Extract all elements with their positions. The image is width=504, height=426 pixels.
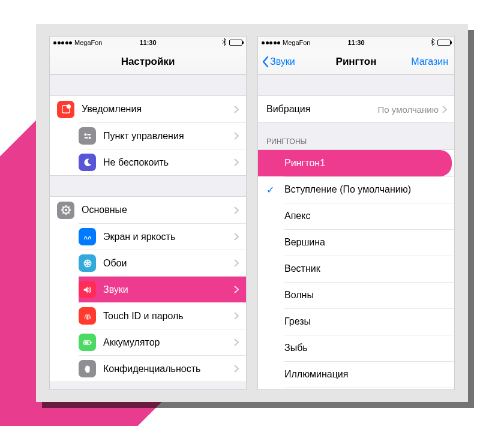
row-battery[interactable]: Аккумулятор: [79, 329, 246, 355]
screenshot-stage: MegaFon 11:30 Настройки: [36, 24, 468, 402]
status-bar: MegaFon 11:30: [50, 37, 246, 49]
svg-rect-24: [90, 341, 91, 343]
ringtone-label: Волны: [284, 290, 314, 301]
ringtone-row[interactable]: Зыбь: [258, 335, 454, 361]
ringtone-row[interactable]: Рингтон1: [258, 150, 452, 176]
ringtone-row[interactable]: Волны: [258, 282, 454, 308]
row-wallpaper[interactable]: Обои: [79, 250, 246, 276]
svg-point-2: [66, 104, 70, 109]
battery-icon: [229, 40, 242, 46]
ringtones-group: Рингтон1✓Вступление (По умолчанию)АпексВ…: [258, 149, 454, 389]
chevron-right-icon: [234, 338, 239, 346]
chevron-right-icon: [234, 233, 239, 241]
ringtone-label: Вестник: [284, 263, 320, 274]
phone-settings: MegaFon 11:30 Настройки: [49, 36, 247, 390]
row-label: Основные: [82, 205, 234, 215]
moon-icon: [79, 154, 96, 171]
privacy-hand-icon: [79, 360, 96, 377]
sounds-icon: [79, 281, 96, 298]
svg-line-15: [62, 212, 64, 214]
chevron-right-icon: [234, 132, 239, 140]
row-label: Не беспокоить: [103, 157, 234, 168]
svg-text:AA: AA: [83, 234, 91, 240]
ringtone-row[interactable]: Вестник: [258, 256, 454, 282]
row-label: Конфиденциальность: [103, 364, 234, 374]
fingerprint-icon: [79, 307, 96, 325]
display-brightness-icon: AA: [79, 228, 96, 245]
svg-point-5: [88, 136, 91, 139]
store-button[interactable]: Магазин: [411, 49, 448, 74]
row-touchid[interactable]: Touch ID и пароль: [79, 302, 246, 329]
page-title: Рингтон: [336, 56, 377, 68]
vibration-group: Вибрация По умолчанию: [258, 95, 454, 123]
ringtone-row[interactable]: ✓Вступление (По умолчанию): [258, 176, 454, 203]
chevron-right-icon: [234, 286, 239, 293]
clock-label: 11:30: [50, 39, 246, 46]
svg-rect-4: [87, 134, 91, 135]
ringtone-label: Иллюминация: [284, 369, 348, 380]
back-button[interactable]: Звуки: [262, 49, 295, 74]
row-vibration[interactable]: Вибрация По умолчанию: [258, 96, 454, 122]
page-title: Настройки: [121, 56, 175, 68]
ringtone-label: Вершина: [284, 237, 325, 248]
chevron-right-icon: [234, 259, 239, 267]
row-sounds[interactable]: Звуки: [79, 276, 246, 302]
svg-line-14: [68, 212, 69, 214]
row-do-not-disturb[interactable]: Не беспокоить: [79, 149, 246, 175]
notifications-icon: [57, 101, 74, 118]
ringtone-content[interactable]: Вибрация По умолчанию РИНГТОНЫ Рингтон1✓…: [258, 75, 454, 389]
ringtone-label: Зыбь: [284, 343, 308, 353]
row-label: Обои: [103, 258, 234, 269]
settings-list[interactable]: Уведомления Пункт управления Не беспокои…: [50, 75, 246, 389]
ringtone-label: Апекс: [284, 211, 310, 221]
row-display[interactable]: AA Экран и яркость: [79, 223, 246, 250]
ringtone-row[interactable]: Космос: [258, 388, 454, 389]
chevron-right-icon: [234, 206, 239, 214]
svg-point-3: [84, 133, 86, 136]
settings-group-1: Уведомления Пункт управления Не беспокои…: [50, 95, 246, 176]
row-control-center[interactable]: Пункт управления: [79, 122, 246, 149]
row-label: Звуки: [103, 284, 234, 295]
row-label: Пункт управления: [103, 131, 234, 142]
gear-icon: [57, 202, 74, 219]
wallpaper-icon: [79, 254, 96, 272]
ringtone-row[interactable]: Вершина: [258, 229, 454, 256]
chevron-right-icon: [234, 106, 239, 113]
row-label: Аккумулятор: [103, 337, 234, 348]
row-label: Уведомления: [82, 104, 234, 115]
chevron-right-icon: [234, 365, 239, 373]
row-notifications[interactable]: Уведомления: [50, 96, 246, 122]
svg-rect-25: [85, 341, 88, 344]
checkmark-icon: ✓: [266, 184, 284, 196]
settings-group-2: Основные AA Экран и яркость Обои: [50, 196, 246, 382]
row-label: Touch ID и пароль: [103, 311, 234, 322]
phone-ringtone: MegaFon 11:30 Звуки Рингтон Магазин: [257, 36, 455, 390]
svg-line-13: [62, 206, 64, 208]
ringtones-header: РИНГТОНЫ: [258, 134, 454, 149]
nav-bar: Звуки Рингтон Магазин: [258, 49, 454, 75]
store-label: Магазин: [411, 56, 448, 67]
svg-point-8: [65, 209, 67, 211]
chevron-right-icon: [442, 106, 447, 113]
clock-label: 11:30: [258, 39, 454, 46]
svg-rect-6: [84, 137, 88, 138]
row-privacy[interactable]: Конфиденциальность: [79, 355, 246, 382]
battery-icon: [437, 40, 451, 46]
chevron-right-icon: [234, 158, 239, 166]
row-label: Экран и яркость: [103, 232, 234, 242]
battery-settings-icon: [79, 334, 96, 351]
ringtone-label: Вступление (По умолчанию): [284, 184, 411, 195]
back-label: Звуки: [270, 56, 295, 67]
status-bar: MegaFon 11:30: [258, 37, 454, 49]
svg-point-22: [86, 262, 88, 264]
row-value: По умолчанию: [378, 104, 439, 115]
ringtone-label: Рингтон1: [284, 158, 325, 169]
svg-line-16: [68, 206, 69, 208]
row-label: Вибрация: [266, 104, 378, 115]
ringtone-row[interactable]: Иллюминация: [258, 361, 454, 388]
chevron-right-icon: [234, 312, 239, 320]
ringtone-row[interactable]: Грезы: [258, 308, 454, 335]
ringtone-row[interactable]: Апекс: [258, 203, 454, 229]
row-general[interactable]: Основные: [50, 197, 246, 223]
nav-bar: Настройки: [50, 49, 246, 75]
